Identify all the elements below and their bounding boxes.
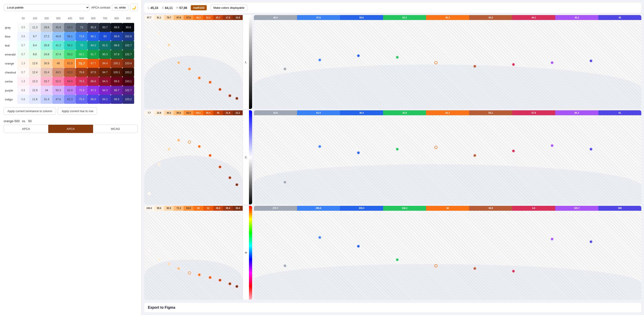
color-cell-teal-5[interactable]: 70 <box>76 41 88 50</box>
color-cell-teal-8[interactable]: 98.8 <box>111 41 122 50</box>
color-cell-blue-9[interactable]: 102.8 <box>122 32 134 41</box>
color-cell-teal-0[interactable]: 0.7 <box>17 41 29 50</box>
color-cell-teal-2[interactable]: 26.8 <box>41 41 52 50</box>
color-cell-purple-2[interactable]: 34 <box>41 86 52 95</box>
color-cell-orange-7[interactable]: 94.4 <box>99 59 111 68</box>
color-cell-cerise-4[interactable]: 64.5 <box>64 77 76 86</box>
color-cell-indigo-5[interactable]: 75.4 <box>76 95 88 104</box>
color-cell-chestnut-7[interactable]: 94.7 <box>99 68 111 77</box>
color-cell-blue-7[interactable]: 93 <box>99 32 111 41</box>
color-cell-emerald-0[interactable]: 0.7 <box>17 50 29 59</box>
color-cell-gray-5[interactable]: 73 <box>76 23 88 32</box>
tab-wcag[interactable]: WCAG <box>93 125 138 133</box>
color-cell-purple-9[interactable]: 102.7 <box>122 86 134 95</box>
color-cell-cerise-0[interactable]: 1.3 <box>17 77 29 86</box>
palette-select[interactable]: Local palette <box>4 4 90 11</box>
color-cell-teal-7[interactable]: 91.5 <box>99 41 111 50</box>
color-cell-chestnut-5[interactable]: 76.8 <box>76 68 88 77</box>
color-cell-indigo-1[interactable]: 11.6 <box>29 95 41 104</box>
color-cell-indigo-3[interactable]: 47.6 <box>52 95 64 104</box>
color-cell-cerise-7[interactable]: 94.3 <box>99 77 111 86</box>
color-cell-gray-6[interactable]: 85.3 <box>88 23 99 32</box>
color-cell-gray-8[interactable]: 99.6 <box>111 23 122 32</box>
color-cell-blue-0[interactable]: 0.6 <box>17 32 29 41</box>
color-cell-purple-6[interactable]: 87.3 <box>88 86 99 95</box>
color-cell-cerise-9[interactable]: 103.1 <box>122 77 134 86</box>
color-cell-chestnut-9[interactable]: 103.2 <box>122 68 134 77</box>
color-cell-emerald-1[interactable]: 8.6 <box>29 50 41 59</box>
color-cell-emerald-8[interactable]: 97.9 <box>111 50 122 59</box>
color-cell-chestnut-8[interactable]: 100.1 <box>111 68 122 77</box>
color-cell-blue-8[interactable]: 98.9 <box>111 32 122 41</box>
color-cell-purple-8[interactable]: 99.7 <box>111 86 122 95</box>
color-cell-orange-8[interactable]: 100.1 <box>111 59 122 68</box>
color-cell-purple-3[interactable]: 50.3 <box>52 86 64 95</box>
color-cell-chestnut-6[interactable]: 87.5 <box>88 68 99 77</box>
color-cell-chestnut-0[interactable]: 0.7 <box>17 68 29 77</box>
color-cell-cerise-2[interactable]: 33.7 <box>41 77 52 86</box>
color-cell-emerald-5[interactable]: 68.1 <box>76 50 88 59</box>
color-cell-emerald-9[interactable]: 102.7 <box>122 50 134 59</box>
apply-luminance-button[interactable]: Apply current luminance to column <box>4 108 56 115</box>
apply-hue-button[interactable]: Apply current hue to row <box>58 108 97 115</box>
color-cell-chestnut-4[interactable]: 62.6 <box>64 68 76 77</box>
color-cell-cerise-8[interactable]: 99.5 <box>111 77 122 86</box>
color-cell-emerald-3[interactable]: 37.4 <box>52 50 64 59</box>
color-cell-cerise-1[interactable]: 12.3 <box>29 77 41 86</box>
color-cell-purple-5[interactable]: 75.9 <box>76 86 88 95</box>
color-cell-orange-1[interactable]: 12.6 <box>29 59 41 68</box>
color-cell-gray-4[interactable]: 58.5 <box>64 23 76 32</box>
color-cell-teal-6[interactable]: 84.2 <box>88 41 99 50</box>
color-cell-indigo-9[interactable]: 103.2 <box>122 95 134 104</box>
color-cell-emerald-4[interactable]: 50.2 <box>64 50 76 59</box>
color-cell-orange-6[interactable]: 87.7 <box>88 59 99 68</box>
color-cell-gray-2[interactable]: 29.6 <box>41 23 52 32</box>
color-cell-blue-6[interactable]: 86.1 <box>88 32 99 41</box>
color-cell-indigo-4[interactable]: 61.3 <box>64 95 76 104</box>
tab-apca-1[interactable]: APCA <box>4 125 48 133</box>
color-cell-chestnut-2[interactable]: 33.4 <box>41 68 52 77</box>
color-cell-teal-1[interactable]: 8.4 <box>29 41 41 50</box>
color-cell-orange-2[interactable]: 30.8 <box>41 59 52 68</box>
color-cell-indigo-2[interactable]: 31.4 <box>41 95 52 104</box>
tab-apca-2[interactable]: APCA <box>48 125 93 133</box>
color-cell-gray-1[interactable]: 11.3 <box>29 23 41 32</box>
color-cell-orange-0[interactable]: 1.3 <box>17 59 29 68</box>
color-cell-gray-3[interactable]: 45.8 <box>52 23 64 32</box>
color-cell-emerald-6[interactable]: 81.7 <box>88 50 99 59</box>
color-cell-cerise-3[interactable]: 52.5 <box>52 77 64 86</box>
color-cell-gray-9[interactable]: 99.6 <box>122 23 134 32</box>
color-cell-blue-4[interactable]: 58.1 <box>64 32 76 41</box>
color-cell-indigo-0[interactable]: 0.8 <box>17 95 29 104</box>
color-cell-cerise-6[interactable]: 86.6 <box>88 77 99 86</box>
color-cell-purple-1[interactable]: 12.9 <box>29 86 41 95</box>
color-cell-gray-7[interactable]: 93.7 <box>99 23 111 32</box>
color-cell-teal-4[interactable]: 56.2 <box>64 41 76 50</box>
color-cell-blue-5[interactable]: 73.6 <box>76 32 88 41</box>
color-cell-chestnut-3[interactable]: 49.5 <box>52 68 64 77</box>
color-cell-orange-3[interactable]: 48 <box>52 59 64 68</box>
color-cell-teal-3[interactable]: 41.2 <box>52 41 64 50</box>
col-header-600: 600 <box>88 14 99 23</box>
color-cell-blue-1[interactable]: 9.7 <box>29 32 41 41</box>
color-cell-emerald-7[interactable]: 90.3 <box>99 50 111 59</box>
color-cell-purple-7[interactable]: 94.3 <box>99 86 111 95</box>
color-cell-chestnut-1[interactable]: 12.4 <box>29 68 41 77</box>
color-cell-orange-5[interactable]: 75.7 <box>76 59 88 68</box>
color-cell-orange-9[interactable]: 103.4 <box>122 59 134 68</box>
color-cell-purple-4[interactable]: 62.9 <box>64 86 76 95</box>
color-cell-blue-3[interactable]: 44.8 <box>52 32 64 41</box>
dark-mode-button[interactable]: 🌙 <box>130 4 138 11</box>
color-cell-indigo-6[interactable]: 86.6 <box>88 95 99 104</box>
color-cell-purple-0[interactable]: 0.8 <box>17 86 29 95</box>
make-displayable-button[interactable]: Make colors displayable <box>210 4 248 11</box>
color-cell-orange-4[interactable]: 61.5 <box>64 59 76 68</box>
color-cell-cerise-5[interactable]: 76.5 <box>76 77 88 86</box>
contrast-vs-button[interactable]: vs. white <box>112 4 128 11</box>
color-cell-teal-9[interactable]: 102.7 <box>122 41 134 50</box>
color-cell-gray-0[interactable]: 0.5 <box>17 23 29 32</box>
color-cell-indigo-8[interactable]: 99.5 <box>111 95 122 104</box>
color-cell-indigo-7[interactable]: 94.2 <box>99 95 111 104</box>
color-cell-blue-2[interactable]: 27.2 <box>41 32 52 41</box>
color-cell-emerald-2[interactable]: 24.8 <box>41 50 52 59</box>
